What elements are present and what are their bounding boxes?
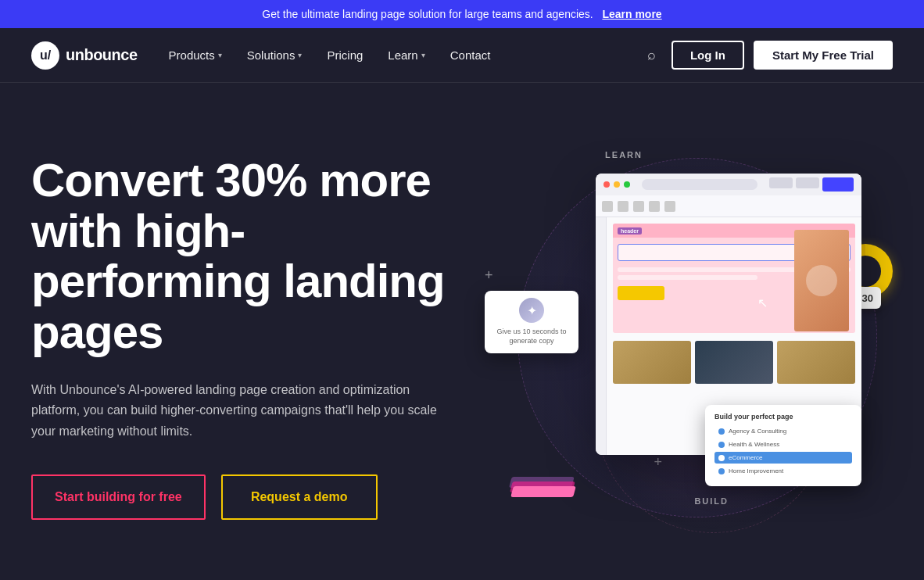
request-demo-button[interactable]: Request a demo [221, 474, 378, 520]
label-learn: LEARN [605, 150, 643, 159]
search-button[interactable]: ⌕ [641, 41, 662, 70]
canvas-person-image [794, 230, 849, 331]
float-card-option-2: Health & Wellness [714, 439, 852, 450]
banner-text: Get the ultimate landing page solution f… [262, 8, 593, 20]
option-label-2: Health & Wellness [729, 441, 779, 448]
nav-actions: ⌕ Log In Start My Free Trial [641, 41, 893, 70]
start-free-button[interactable]: Start building for free [31, 474, 206, 520]
float-card-option-3: eCommerce [714, 452, 852, 464]
float-card-generate-copy: ✦ Give us 10 seconds to generate copy [485, 291, 578, 353]
logo[interactable]: u/ unbounce [31, 41, 138, 70]
canvas-left-panel [596, 217, 607, 455]
canvas-thumb-2 [695, 341, 773, 384]
chevron-down-icon: ▾ [298, 51, 302, 59]
canvas-thumb-3 [777, 341, 855, 384]
option-dot-3 [718, 455, 725, 461]
platform-layer-3 [510, 486, 576, 497]
label-build: BUILD [694, 496, 729, 506]
plus-icon-1: + [485, 267, 493, 284]
float-card-option-1: Agency & Consulting [714, 425, 852, 437]
start-trial-button[interactable]: Start My Free Trial [754, 41, 893, 70]
ui-topbar [596, 174, 861, 195]
window-close-dot [603, 181, 610, 188]
toolbar-icon-1 [602, 201, 613, 212]
hero-section: Convert 30% more with high-performing la… [0, 83, 924, 577]
platform-3d [512, 471, 575, 494]
option-dot-4 [718, 468, 725, 474]
nav-item-solutions[interactable]: Solutions ▾ [247, 48, 303, 62]
window-buttons [769, 177, 854, 192]
canvas-thumbnails [613, 338, 855, 387]
nav-item-learn[interactable]: Learn ▾ [388, 48, 424, 62]
float-card-icon: ✦ [519, 298, 544, 323]
float-card-title: Build your perfect page [714, 413, 852, 421]
window-minimize-dot [614, 181, 620, 188]
toolbar-icon-2 [618, 201, 629, 212]
ai-icon: ✦ [527, 303, 537, 318]
float-card-build-page: Build your perfect page Agency & Consult… [705, 405, 861, 486]
chevron-down-icon: ▾ [421, 51, 425, 59]
navbar: u/ unbounce Products ▾ Solutions ▾ Prici… [0, 28, 924, 83]
option-label-1: Agency & Consulting [729, 428, 786, 435]
plus-icon-3: + [654, 454, 662, 471]
nav-item-pricing[interactable]: Pricing [327, 48, 363, 62]
ui-toolbar [596, 195, 861, 217]
option-dot-1 [718, 428, 725, 435]
login-button[interactable]: Log In [672, 41, 744, 70]
float-card-text: Give us 10 seconds to generate copy [485, 328, 578, 345]
option-label-3: eCommerce [729, 454, 763, 461]
toolbar-icon-5 [664, 201, 675, 212]
hero-ctas: Start building for free Request a demo [31, 474, 469, 520]
cursor-icon: ↖ [757, 295, 768, 310]
window-btn-2 [796, 177, 819, 188]
banner-link[interactable]: Learn more [602, 8, 661, 20]
window-btn-1 [769, 177, 793, 188]
canvas-line-2 [618, 275, 757, 280]
canvas-thumb-1 [613, 341, 691, 384]
float-card-option-4: Home Improvement [714, 465, 852, 477]
option-dot-2 [718, 442, 725, 448]
window-maximize-dot [624, 181, 630, 188]
window-title-bar [642, 179, 757, 190]
top-banner: Get the ultimate landing page solution f… [0, 0, 924, 28]
hero-illustration: LEARN OPTIMIZE BUILD + + + ↑ + 30 [469, 134, 893, 541]
hero-left: Convert 30% more with high-performing la… [31, 156, 469, 520]
search-icon: ⌕ [647, 47, 656, 63]
window-btn-publish [822, 177, 854, 192]
logo-icon: u/ [31, 41, 59, 70]
nav-links: Products ▾ Solutions ▾ Pricing Learn ▾ C… [169, 48, 641, 62]
canvas-cta-button [618, 286, 664, 300]
toolbar-icon-4 [649, 201, 660, 212]
person-silhouette [806, 265, 837, 296]
option-label-4: Home Improvement [729, 467, 783, 474]
nav-item-contact[interactable]: Contact [450, 48, 491, 62]
hero-subtext: With Unbounce's AI-powered landing page … [31, 380, 438, 442]
hero-headline: Convert 30% more with high-performing la… [31, 156, 469, 358]
nav-item-products[interactable]: Products ▾ [169, 48, 222, 62]
canvas-pink-section: header [613, 224, 855, 333]
logo-text: unbounce [66, 46, 138, 64]
chevron-down-icon: ▾ [218, 51, 222, 59]
canvas-tag: header [618, 227, 642, 235]
toolbar-icon-3 [633, 201, 644, 212]
